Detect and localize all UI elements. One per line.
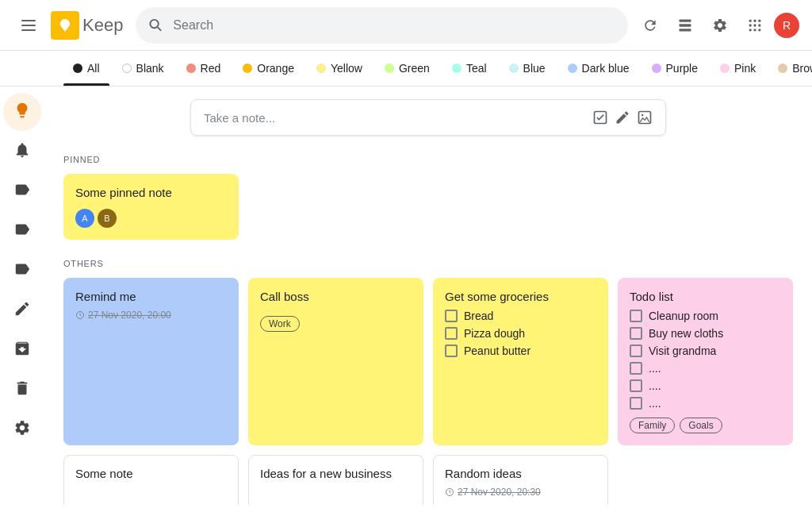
refresh-button[interactable] <box>634 10 666 41</box>
sidebar-item-edit-labels[interactable] <box>3 291 41 329</box>
note-title: Call boss <box>260 290 412 303</box>
filter-dot-brown <box>778 64 787 73</box>
filter-label: Teal <box>466 62 487 75</box>
svg-point-15 <box>753 29 756 31</box>
checkbox <box>630 344 642 357</box>
user-avatar[interactable]: R <box>774 13 799 38</box>
filter-darkblue[interactable]: Dark blue <box>558 57 639 79</box>
checkbox <box>445 327 458 340</box>
pinned-notes-grid: Some pinned note A B <box>63 174 793 240</box>
search-icon <box>148 17 163 33</box>
filter-yellow[interactable]: Yellow <box>307 57 372 79</box>
note-card[interactable]: Some pinned note A B <box>63 174 239 240</box>
app-logo[interactable]: Keep <box>51 11 123 40</box>
filter-label: Orange <box>257 62 294 75</box>
note-card-remind[interactable]: Remind me 27 Nov 2020, 20:00 <box>63 278 239 445</box>
filter-dot-purple <box>652 64 661 73</box>
topbar: Keep R <box>0 0 812 51</box>
settings-icon <box>13 419 31 440</box>
filter-blue[interactable]: Blue <box>500 57 555 79</box>
note-card-call-boss[interactable]: Call boss Work <box>248 278 423 445</box>
take-note-icons <box>592 110 653 125</box>
archive-icon <box>13 340 31 360</box>
checklist-item: Pizza dough <box>445 327 596 340</box>
filter-purple[interactable]: Purple <box>642 57 707 79</box>
search-bar[interactable] <box>136 7 628 44</box>
edit-labels-icon <box>13 300 31 321</box>
checklist-item: .... <box>630 379 781 392</box>
checklist-item: Bread <box>445 310 596 322</box>
checklist-item: Cleanup room <box>630 310 781 322</box>
sidebar-item-labels1[interactable] <box>3 172 41 210</box>
svg-point-10 <box>758 19 760 21</box>
svg-rect-0 <box>21 20 36 21</box>
filter-pink[interactable]: Pink <box>710 57 765 79</box>
note-tag: Work <box>260 316 300 332</box>
filter-red[interactable]: Red <box>177 57 231 79</box>
sidebar-item-reminders[interactable] <box>3 133 41 171</box>
svg-point-12 <box>753 24 756 26</box>
note-title: Some note <box>75 467 227 480</box>
filter-label: Red <box>201 62 221 75</box>
svg-rect-1 <box>21 25 36 26</box>
filter-dot-blank <box>122 64 132 73</box>
checkbox-icon[interactable] <box>592 110 608 125</box>
svg-point-16 <box>758 29 760 31</box>
sidebar-item-trash[interactable] <box>3 371 41 409</box>
svg-rect-5 <box>680 19 691 21</box>
take-note-bar[interactable]: Take a note... <box>190 99 666 136</box>
filter-brown[interactable]: Brown <box>768 57 812 79</box>
filter-dot-red <box>186 64 196 73</box>
note-avatars: A B <box>75 209 227 228</box>
filter-blank[interactable]: Blank <box>113 57 174 79</box>
search-input[interactable] <box>173 18 615 33</box>
labels2-icon <box>13 221 31 241</box>
filter-label: Blank <box>136 62 164 75</box>
note-card-todo[interactable]: Todo list Cleanup room Buy new cloths Vi… <box>618 278 793 445</box>
filter-orange[interactable]: Orange <box>233 57 304 79</box>
checkbox <box>630 362 642 375</box>
note-card-groceries[interactable]: Get some groceries Bread Pizza dough Pea… <box>433 278 608 445</box>
list-view-button[interactable] <box>669 10 701 41</box>
main-layout: Take a note... PINNED Some pinned note A… <box>0 87 812 505</box>
note-title: Todo list <box>630 290 781 303</box>
sidebar-item-labels3[interactable] <box>3 252 41 290</box>
draw-icon[interactable] <box>615 110 630 125</box>
topbar-right: R <box>634 10 799 41</box>
others-label: OTHERS <box>63 259 793 268</box>
note-timestamp: 27 Nov 2020, 20:30 <box>445 487 596 498</box>
checklist-item: .... <box>630 362 781 375</box>
notes-icon <box>13 102 31 122</box>
svg-point-3 <box>151 19 159 27</box>
avatar-brown: B <box>98 209 117 228</box>
apps-button[interactable] <box>739 10 771 41</box>
filter-dot-blue <box>509 64 519 73</box>
svg-point-14 <box>749 29 752 31</box>
svg-point-19 <box>642 114 644 117</box>
sidebar-item-notes[interactable] <box>3 93 41 131</box>
reminders-icon <box>13 141 31 162</box>
filter-teal[interactable]: Teal <box>442 57 496 79</box>
menu-button[interactable] <box>13 10 44 41</box>
filter-all[interactable]: All <box>63 57 109 79</box>
filter-label: All <box>87 62 100 75</box>
checklist-item: Visit grandma <box>630 344 781 357</box>
svg-rect-7 <box>680 29 691 31</box>
sidebar-item-settings[interactable] <box>3 410 41 448</box>
sidebar-item-labels2[interactable] <box>3 212 41 250</box>
checkbox <box>630 310 642 322</box>
note-card-some-note[interactable]: Some note <box>63 455 239 505</box>
logo-icon <box>51 11 79 40</box>
svg-point-8 <box>749 19 752 21</box>
settings-button[interactable] <box>704 10 736 41</box>
filter-green[interactable]: Green <box>375 57 439 79</box>
filter-label: Dark blue <box>582 62 630 75</box>
note-card-ideas-business[interactable]: Ideas for a new business <box>248 455 423 505</box>
sidebar-item-archive[interactable] <box>3 331 41 369</box>
filter-bar: AllBlankRedOrangeYellowGreenTealBlueDark… <box>0 51 812 87</box>
note-card-random-ideas[interactable]: Random ideas 27 Nov 2020, 20:30 <box>433 455 608 505</box>
image-icon[interactable] <box>637 110 653 125</box>
svg-rect-2 <box>21 29 36 31</box>
checkbox <box>445 344 458 357</box>
checkbox <box>630 379 642 392</box>
